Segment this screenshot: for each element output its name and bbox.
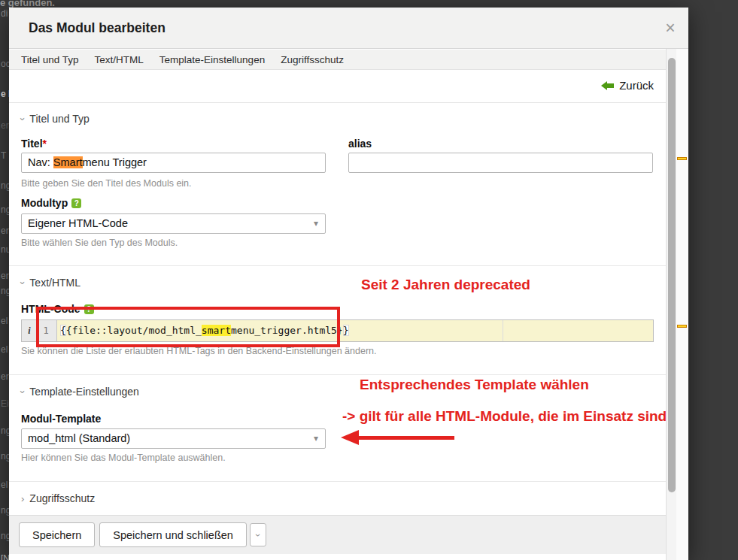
chevron-down-icon: › <box>17 390 29 393</box>
save-button[interactable]: Speichern <box>19 522 95 547</box>
annotation-red-rectangle <box>36 307 340 347</box>
save-and-close-button[interactable]: Speichern und schließen <box>99 522 247 547</box>
titel-value-pre: Nav: <box>28 156 53 168</box>
find-match-active: Smart <box>53 156 83 168</box>
section-divider <box>9 374 666 375</box>
dropdown-arrow-icon: ▾ <box>314 214 318 233</box>
background-text-fragment: el <box>1 316 8 326</box>
background-text-fragment: er <box>1 226 9 236</box>
section-divider <box>9 481 666 482</box>
section-header-text-html[interactable]: ›Text/HTML <box>21 277 80 289</box>
edit-module-modal: Das Modul bearbeiten × Titel und Typ Tex… <box>9 8 688 560</box>
section-label: Titel und Typ <box>29 113 89 125</box>
section-header-titel-und-typ[interactable]: ›Titel und Typ <box>21 113 90 125</box>
tab-text-html[interactable]: Text/HTML <box>95 54 144 65</box>
annotation-applies-all: -> gilt für alle HTML-Module, die im Ein… <box>342 408 667 425</box>
section-label: Text/HTML <box>29 277 80 289</box>
titel-helper: Bitte geben Sie den Titel des Moduls ein… <box>21 178 192 189</box>
save-options-dropdown-button[interactable]: › <box>250 523 266 546</box>
background-text-fragment: el <box>1 480 8 490</box>
background-text-fragment: nu <box>1 244 9 255</box>
background-text-fragment: el <box>1 344 8 355</box>
modal-header: Das Modul bearbeiten × <box>9 8 688 49</box>
scrollbar-thumb[interactable] <box>668 58 676 492</box>
section-header-template-einstellungen[interactable]: ›Template-Einstellungen <box>21 386 139 398</box>
htmlcode-helper: Sie können die Liste der erlaubten HTML-… <box>21 346 377 356</box>
find-result-marker <box>677 157 687 160</box>
alias-input[interactable] <box>348 153 653 173</box>
required-asterisk: * <box>43 138 47 150</box>
help-icon[interactable]: ? <box>71 198 81 208</box>
bracket-match: } <box>343 325 349 336</box>
modal-title: Das Modul bearbeiten <box>29 20 166 36</box>
back-arrow-icon <box>601 81 614 90</box>
section-header-zugriffsschutz[interactable]: ›Zugriffsschutz <box>21 492 95 504</box>
background-text-fragment: ng <box>1 204 9 215</box>
background-text-fragment: er <box>1 120 9 131</box>
background-text-fragments: dioce lerTngngernuerngelelerEigngngelngn… <box>0 0 9 560</box>
background-text-fragment: ng <box>1 180 9 191</box>
section-label: Zugriffsschutz <box>29 492 95 504</box>
column-ruler <box>503 320 503 341</box>
background-text-fragment: ng <box>1 451 9 462</box>
scrollbar-track[interactable] <box>666 49 676 560</box>
info-icon: i <box>22 325 37 337</box>
annotation-arrow-head <box>341 430 359 445</box>
annotation-deprecated: Seit 2 Jahren deprecated <box>361 277 530 293</box>
template-label: Modul-Template <box>21 413 101 425</box>
background-text-fragment: ng <box>1 531 9 541</box>
section-divider <box>9 265 666 266</box>
chevron-down-icon: › <box>253 534 263 537</box>
modal-content: Zurück ›Titel und Typ Titel* Nav: Smartm… <box>9 70 666 560</box>
back-bar: Zurück <box>9 70 666 103</box>
titel-label: Titel* <box>21 138 47 150</box>
chevron-right-icon: › <box>21 493 24 504</box>
browser-scrollbar-strip <box>676 49 688 560</box>
background-text-fragment: ng <box>1 286 9 296</box>
modultyp-select[interactable]: Eigener HTML-Code ▾ <box>21 213 326 234</box>
background-text-fragment: [N <box>1 553 9 560</box>
template-select[interactable]: mod_html (Standard) ▾ <box>21 428 326 449</box>
titel-input[interactable]: Nav: Smartmenu Trigger <box>21 153 326 173</box>
background-text-fragment: er <box>1 271 9 281</box>
section-label: Template-Einstellungen <box>29 386 139 398</box>
template-helper: Hier können Sie das Modul-Template auswä… <box>21 453 226 463</box>
tab-zugriffsschutz[interactable]: Zugriffsschutz <box>281 54 344 65</box>
background-text-fragment: T <box>1 150 6 161</box>
back-link[interactable]: Zurück <box>601 79 654 92</box>
modultyp-label: Modultyp? <box>21 197 81 209</box>
background-text-fragment: ng <box>1 425 9 436</box>
background-text-fragment: Eig <box>1 398 9 409</box>
background-text-fragment: e l <box>1 89 9 99</box>
background-text-fragment: er <box>1 371 9 382</box>
annotation-arrow <box>357 436 454 440</box>
background-text-fragment: oc <box>1 59 9 69</box>
modultyp-helper: Bitte wählen Sie den Typ des Moduls. <box>21 238 178 248</box>
dropdown-arrow-icon: ▾ <box>314 429 318 448</box>
background-text-fragment: ng <box>1 505 9 516</box>
modal-footer: Speichern Speichern und schließen › <box>9 515 666 554</box>
scrollbar-zone <box>666 49 688 560</box>
close-icon[interactable]: × <box>661 18 680 38</box>
background-text-fragment: di <box>1 8 8 19</box>
tab-bar: Titel und Typ Text/HTML Template-Einstel… <box>9 50 688 70</box>
find-result-marker <box>677 325 687 328</box>
tab-titel-und-typ[interactable]: Titel und Typ <box>21 54 79 65</box>
titel-value-post: menu Trigger <box>83 156 147 168</box>
modultyp-selected-value: Eigener HTML-Code <box>28 217 128 229</box>
template-selected-value: mod_html (Standard) <box>28 432 130 444</box>
chevron-down-icon: › <box>17 281 29 284</box>
tab-template-einstellungen[interactable]: Template-Einstellungen <box>159 54 265 65</box>
back-label: Zurück <box>619 79 654 92</box>
alias-label: alias <box>348 138 372 150</box>
chevron-down-icon: › <box>17 117 29 120</box>
annotation-choose-template: Entsprechendes Template wählen <box>360 377 589 393</box>
